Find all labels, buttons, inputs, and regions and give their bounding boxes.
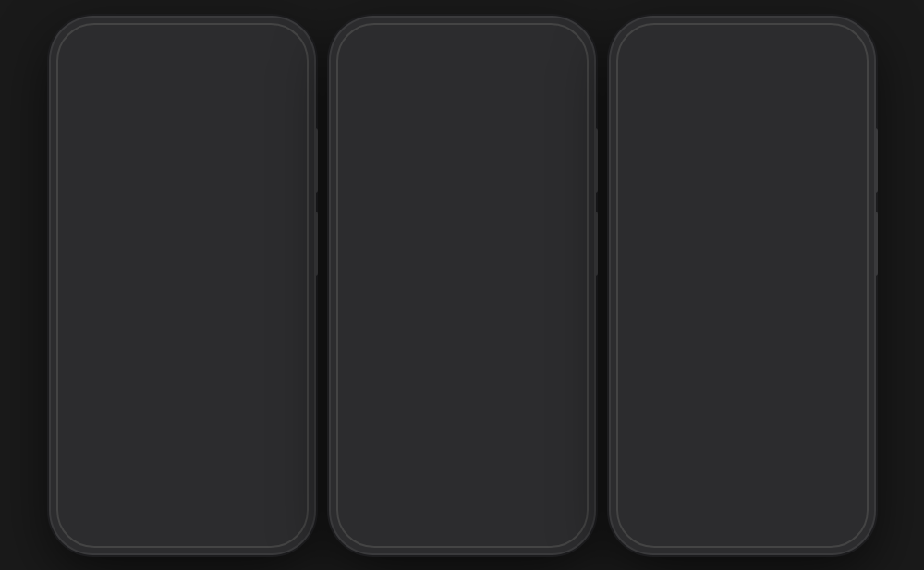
siri-query-3: What's the temperature in the Office [637, 68, 848, 83]
siri-orb-1 [154, 459, 210, 515]
siri-response-1: The Outside temperature in your Apollo H… [77, 103, 288, 164]
wifi-icon-1: ▲ [257, 41, 267, 52]
tap-edit-arrow-2: › [127, 194, 129, 204]
siri-response-2: Humidity in the Outside is normal, at 49… [77, 211, 288, 250]
status-icons-2: ▲ ▐▌ [518, 40, 565, 51]
phone-screen-2: ▲ ▐▌ Favorite Accessories [340, 27, 585, 544]
tile-name-humidity: OutsideHumidity [442, 358, 481, 380]
lock-icon: 🔒 [442, 136, 481, 156]
tile-name-outside-temp: OutsideTemperatu... [504, 363, 558, 385]
battery-icon-2: ▐▌ [552, 40, 566, 51]
scenes-button[interactable]: Scenes [501, 92, 562, 113]
tile-thermostat[interactable]: 75° HallwayThermostat Cool to 75° [362, 128, 427, 214]
fan-icon: 🌀 [370, 333, 419, 353]
tile-name-fan: BedroomFan [370, 358, 419, 380]
tile-status-door: Locked [442, 197, 481, 207]
temp-badge-outside: 95° [534, 330, 560, 356]
siri-orb-container-1 [60, 448, 305, 533]
tile-living-room[interactable]: ☕ Living RoomCoffee Bar... Off [434, 221, 489, 318]
home-screen-2: ▲ ▐▌ Favorite Accessories [340, 27, 585, 544]
notch-2 [402, 27, 522, 53]
tile-kitchen-light[interactable]: 💡 KitchenTable Light Off [362, 221, 427, 318]
status-time-1: 11:57 [79, 40, 109, 54]
coffee-icon: ☕ [442, 228, 481, 249]
tile-humidity[interactable]: 💧 OutsideHumidity 50% [434, 325, 489, 400]
tap-to-edit-1[interactable]: Tap to Edit › [77, 86, 288, 97]
siri-response-3: The Office temperature in your Apollo HQ… [637, 103, 848, 164]
siri-query-1: What's the outside temperature [77, 68, 288, 83]
tap-to-edit-4[interactable]: Tap to Edit › [637, 193, 848, 204]
siri-bubble-3: What's the temperature in the Office Tap… [637, 68, 848, 164]
tile-bedroom-fan[interactable]: 🌀 BedroomFan 75% [362, 325, 427, 400]
siri-orb-container-3 [620, 448, 865, 533]
siri-orb-3 [714, 459, 770, 515]
temp-badge: 75° [396, 133, 422, 159]
tile-status-living: Off [442, 300, 481, 310]
wifi-icon-3: ▲ [817, 41, 827, 52]
home-indicator-2[interactable] [416, 524, 508, 528]
home-title-row: Favorite Accessories [362, 88, 502, 117]
siri-query-4: What's the temperature in the Studio [637, 176, 848, 190]
home-card-title: Favorite Accessories [390, 88, 502, 117]
home-card-header: Favorite Accessories Scenes [362, 88, 563, 117]
tap-to-edit-3[interactable]: Tap to Edit › [637, 86, 848, 97]
siri-query-2: What's the outside humidity [77, 176, 288, 190]
siri-screen-3: 12:05 ▲ ▐▌ What's the temperature in the… [620, 27, 865, 544]
notch-3 [682, 27, 802, 53]
tile-status-fan: 75% [370, 382, 419, 393]
tile-status-garage: Open [504, 186, 558, 195]
phone-screen-1: 11:57 ▲ ▐▌ What's the outside temperatur… [60, 27, 305, 544]
status-time-3: 12:05 [638, 40, 669, 54]
tile-status-kitchen: Off [370, 278, 419, 288]
garage-icon: 🚗 [504, 136, 558, 156]
tile-name-door: FoyerFront Door [442, 161, 481, 194]
phone-screen-3: 12:05 ▲ ▐▌ What's the temperature in the… [620, 27, 865, 544]
tile-outside-temp[interactable]: 95° OutsideTemperatu... [496, 325, 565, 400]
siri-bubble-4: What's the temperature in the Studio Tap… [637, 176, 848, 271]
tile-status-humidity: 50% [442, 382, 481, 393]
home-card: Favorite Accessories Scenes 75° HallwayT… [351, 75, 574, 413]
humidity-icon: 💧 [442, 333, 481, 353]
light-icon-kitchen: 💡 [370, 228, 419, 249]
tile-name-kitchen: KitchenTable Light [370, 253, 419, 275]
tile-name-garage: GarageDoor [504, 161, 558, 183]
tile-name-thermostat: HallwayThermostat [370, 166, 419, 188]
tile-name-living: Living RoomCoffee Bar... [442, 253, 481, 297]
tap-to-edit-2[interactable]: Tap to Edit › [77, 193, 288, 204]
wifi-icon-2: ▲ [537, 40, 547, 51]
tap-edit-arrow-3: › [687, 86, 689, 96]
phone-3: 12:05 ▲ ▐▌ What's the temperature in the… [611, 18, 874, 553]
tile-front-door[interactable]: 🔒 FoyerFront Door Locked [434, 128, 489, 214]
siri-content-1: What's the outside temperature Tap to Ed… [60, 59, 305, 448]
tile-status-bath: Off [504, 278, 558, 288]
battery-icon-1: ▐▌ [272, 41, 286, 52]
tap-edit-arrow-1: › [127, 86, 129, 96]
phone-2: ▲ ▐▌ Favorite Accessories [331, 18, 594, 553]
siri-bubble-1: What's the outside temperature Tap to Ed… [77, 68, 288, 164]
notch-1 [122, 27, 242, 53]
siri-screen-1: 11:57 ▲ ▐▌ What's the outside temperatur… [60, 27, 305, 544]
house-icon [362, 91, 383, 114]
home-indicator-3[interactable] [696, 533, 788, 537]
phone-1: 11:57 ▲ ▐▌ What's the outside temperatur… [51, 18, 314, 553]
tile-name-bath: Master Ba...Vanity Lig... [504, 253, 558, 275]
tile-master-bath[interactable]: 💡 Master Ba...Vanity Lig... Off [496, 221, 565, 318]
status-icons-1: ▲ ▐▌ [238, 41, 286, 52]
home-indicator-1[interactable] [136, 533, 228, 537]
accessories-grid: 75° HallwayThermostat Cool to 75° 🔒 Foye… [362, 128, 563, 400]
svg-rect-0 [371, 105, 374, 110]
siri-response-4: The Studio temperature in your Apollo HQ… [637, 211, 848, 271]
siri-bubble-2: What's the outside humidity Tap to Edit … [77, 176, 288, 250]
tap-edit-arrow-4: › [687, 194, 689, 204]
status-icons-3: ▲ ▐▌ [798, 41, 845, 52]
vanity-icon: 💡 [504, 228, 558, 249]
tile-status-thermostat: Cool to 75° [370, 191, 419, 201]
siri-content-3: What's the temperature in the Office Tap… [620, 59, 865, 448]
battery-icon-3: ▐▌ [832, 41, 846, 52]
tile-garage[interactable]: 🚗 GarageDoor Open [496, 128, 565, 214]
